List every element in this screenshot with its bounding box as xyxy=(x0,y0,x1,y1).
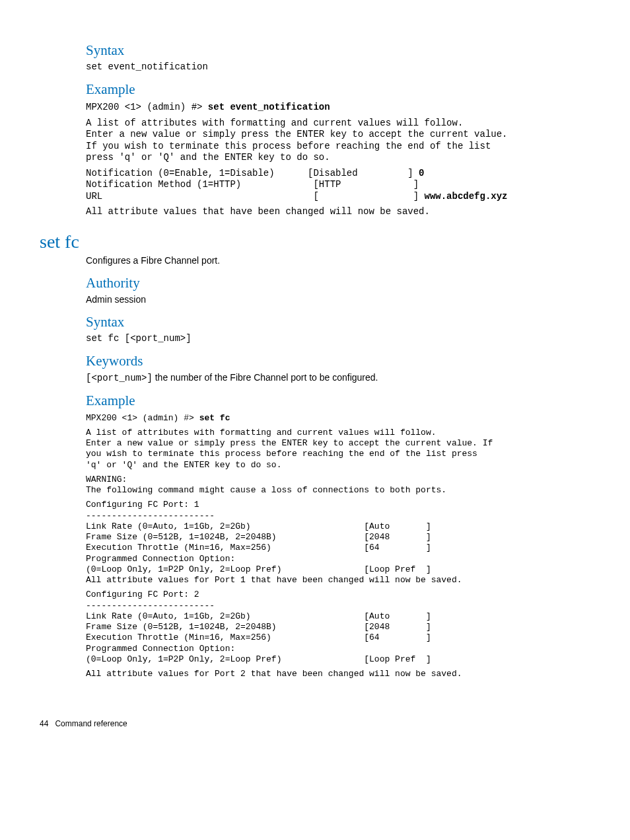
url-row-label: URL [ ] xyxy=(86,191,424,202)
keywords-heading: Keywords xyxy=(86,353,590,369)
authority-text: Admin session xyxy=(86,294,590,305)
keyword-line: [<port_num>] the number of the Fibre Cha… xyxy=(86,372,590,383)
keyword-text: the number of the Fibre Channel port to … xyxy=(153,372,378,383)
set-event-notification-section: Syntax set event_notification Example MP… xyxy=(40,42,590,218)
url-input: www.abcdefg.xyz xyxy=(424,191,507,202)
page-footer: 44 Command reference xyxy=(40,719,590,728)
footer-title: Command reference xyxy=(55,719,127,728)
example-port1: Configuring FC Port: 1 -----------------… xyxy=(86,500,590,586)
syntax-code: set fc [<port_num>] xyxy=(86,333,590,344)
set-fc-description: Configures a Fibre Channel port. xyxy=(86,255,590,266)
example-attributes: Notification (0=Enable, 1=Disable) [Disa… xyxy=(86,168,590,203)
notification-input: 0 xyxy=(419,168,424,178)
example-intro: A list of attributes with formatting and… xyxy=(86,118,590,164)
keyword-code: [<port_num>] xyxy=(86,373,153,383)
example-saved-msg-2: All attribute values for Port 2 that hav… xyxy=(86,669,590,679)
set-fc-title: set fc xyxy=(40,231,590,252)
page-number: 44 xyxy=(40,719,48,728)
syntax-heading: Syntax xyxy=(86,42,590,59)
example-saved-msg: All attribute values that have been chan… xyxy=(86,206,590,218)
example-heading: Example xyxy=(86,81,590,98)
example-port2: Configuring FC Port: 2 -----------------… xyxy=(86,590,590,665)
notification-method-row: Notification Method (1=HTTP) [HTTP ] xyxy=(86,179,419,190)
example-intro: A list of attributes with formatting and… xyxy=(86,428,590,471)
example-prompt-line: MPX200 <1> (admin) #> set event_notifica… xyxy=(86,102,590,114)
syntax-heading: Syntax xyxy=(86,314,590,330)
example-prompt-line: MPX200 <1> (admin) #> set fc xyxy=(86,413,590,424)
authority-heading: Authority xyxy=(86,275,590,291)
example-command: set event_notification xyxy=(208,102,330,112)
example-prompt: MPX200 <1> (admin) #> xyxy=(86,102,208,112)
set-fc-section: Configures a Fibre Channel port. Authori… xyxy=(40,255,590,680)
notification-row: Notification (0=Enable, 1=Disable) [Disa… xyxy=(86,168,419,178)
example-command: set fc xyxy=(199,413,230,423)
syntax-code: set event_notification xyxy=(86,61,590,72)
example-heading: Example xyxy=(86,393,590,409)
example-prompt: MPX200 <1> (admin) #> xyxy=(86,413,199,423)
example-warning: WARNING: The following command might cau… xyxy=(86,475,590,496)
